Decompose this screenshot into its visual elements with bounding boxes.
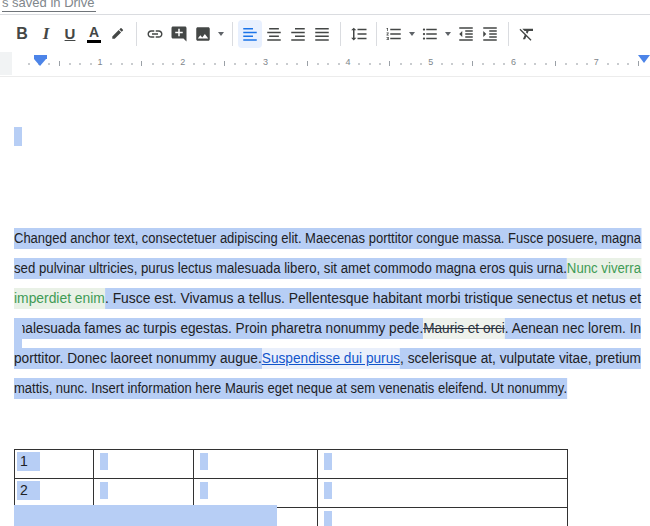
toolbar-separator <box>340 22 341 46</box>
bulleted-list-button[interactable] <box>418 20 442 48</box>
bulleted-list-dropdown[interactable] <box>442 20 454 48</box>
align-left-icon <box>241 25 259 43</box>
ruler-tick-dot <box>503 63 505 65</box>
selected-empty-line <box>14 127 22 146</box>
align-center-button[interactable] <box>262 20 286 48</box>
selected-empty-cell-mark <box>324 453 332 470</box>
align-left-button[interactable] <box>238 20 262 48</box>
table-cell-r1c3[interactable] <box>194 450 318 479</box>
chevron-down-icon <box>409 32 415 36</box>
suggested-deletion-text: Mauris et orci <box>423 318 505 339</box>
link-icon <box>146 25 164 43</box>
ruler-tick-dot <box>172 63 174 65</box>
ruler-tick-dot <box>524 63 526 65</box>
paragraph-line-4[interactable]: malesuada fames ac turpis egestas. Proin… <box>14 313 646 343</box>
decrease-indent-button[interactable] <box>454 20 478 48</box>
left-indent-marker[interactable] <box>34 55 47 66</box>
ruler-tick-dot <box>203 63 205 65</box>
selected-cell-text: 1 <box>17 452 40 471</box>
selected-empty-lines <box>14 318 22 352</box>
align-center-icon <box>265 25 283 43</box>
table-cell-r2c1[interactable]: 2 <box>15 479 94 508</box>
ruler-tick-dot <box>462 63 464 65</box>
insert-image-dropdown[interactable] <box>215 20 227 48</box>
table-cell-r2c4[interactable] <box>318 479 568 508</box>
table-cell-r1c1[interactable]: 1 <box>15 450 94 479</box>
chevron-down-icon <box>445 32 451 36</box>
table-cell-r2c2[interactable] <box>94 479 194 508</box>
text-color-button[interactable]: A <box>82 20 106 48</box>
bulleted-list-icon <box>421 25 439 43</box>
ruler-tick-dot <box>317 63 319 65</box>
justify-button[interactable] <box>310 20 334 48</box>
ruler-half-tick <box>472 61 473 66</box>
hyperlink-text[interactable]: Suspendisse dui purus <box>262 348 400 369</box>
table-row: 2 <box>15 479 568 508</box>
ruler-tick-dot <box>28 63 30 65</box>
ruler-tick-dot <box>214 63 216 65</box>
selected-cell-text: 2 <box>17 481 40 500</box>
ruler-tick-dot <box>565 63 567 65</box>
line-spacing-icon <box>350 25 368 43</box>
paragraph-line-1[interactable]: Changed anchor text, consectetuer adipis… <box>14 223 646 253</box>
ruler-tick-dot <box>69 63 71 65</box>
ruler-inch-label: 1 <box>97 57 102 67</box>
toolbar-separator <box>376 22 377 46</box>
increase-indent-button[interactable] <box>478 20 502 48</box>
ruler-tick-dot <box>586 63 588 65</box>
ruler-tick-dot <box>286 63 288 65</box>
ruler-half-tick <box>224 61 225 66</box>
horizontal-ruler[interactable]: 1234567 <box>0 52 650 77</box>
ruler-half-tick <box>307 61 308 66</box>
text-color-icon: A <box>87 25 101 43</box>
align-right-button[interactable] <box>286 20 310 48</box>
ruler-tick-dot <box>234 63 236 65</box>
numbered-list-dropdown[interactable] <box>406 20 418 48</box>
ruler-inch-label: 7 <box>594 57 599 67</box>
paragraph-line-5[interactable]: porttitor. Donec laoreet nonummy augue. … <box>14 343 646 373</box>
ruler-tick-dot <box>162 63 164 65</box>
ruler-tick-dot <box>534 63 536 65</box>
ruler-tick-dot <box>276 63 278 65</box>
table-cell-r1c4[interactable] <box>318 450 568 479</box>
ruler-inch-label: 4 <box>346 57 351 67</box>
ruler-inch-label: 5 <box>428 57 433 67</box>
insert-link-button[interactable] <box>143 20 167 48</box>
document-page[interactable]: Changed anchor text, consectetuer adipis… <box>0 77 650 526</box>
insert-image-button[interactable] <box>191 20 215 48</box>
paragraph-line-3[interactable]: imperdiet enim. Fusce est. Vivamus a tel… <box>14 283 646 313</box>
table-cell-r2c3[interactable] <box>194 479 318 508</box>
underline-button[interactable]: U <box>58 20 82 48</box>
ruler-tick-dot <box>358 63 360 65</box>
ruler-tick-dot <box>296 63 298 65</box>
paragraph-text[interactable]: Changed anchor text, consectetuer adipis… <box>14 223 646 403</box>
underline-icon: U <box>65 26 76 41</box>
selected-body-text: mattis, nunc. Insert information here Ma… <box>14 378 567 399</box>
suggested-insertion-text: imperdiet enim <box>14 288 105 309</box>
ruler-tick-dot <box>379 63 381 65</box>
ruler-tick-dot <box>255 63 257 65</box>
table-cell-r1c2[interactable] <box>94 450 194 479</box>
selected-empty-cell-mark <box>200 482 208 499</box>
italic-button[interactable]: I <box>34 20 58 48</box>
right-indent-marker[interactable] <box>638 55 650 63</box>
ruler-tick-dot <box>482 63 484 65</box>
highlight-color-button[interactable] <box>106 20 130 48</box>
ruler-inch-label: 6 <box>511 57 516 67</box>
selected-body-text: . Fusce est. Vivamus a tellus. Pellentes… <box>105 288 641 309</box>
comment-plus-icon <box>170 25 188 43</box>
increase-indent-icon <box>481 25 499 43</box>
bold-button[interactable]: B <box>10 20 34 48</box>
save-status-text[interactable]: s saved in Drive <box>2 0 96 12</box>
numbered-list-button[interactable] <box>382 20 406 48</box>
ruler-inch-label: 2 <box>180 57 185 67</box>
add-comment-button[interactable] <box>167 20 191 48</box>
line-spacing-button[interactable] <box>347 20 371 48</box>
table-cell-r3c4[interactable] <box>318 508 568 526</box>
paragraph-line-6[interactable]: mattis, nunc. Insert information here Ma… <box>14 373 646 403</box>
selected-body-text: porttitor. Donec laoreet nonummy augue. <box>14 348 262 369</box>
paragraph-line-2[interactable]: sed pulvinar ultricies, purus lectus mal… <box>14 253 646 283</box>
clear-formatting-icon <box>518 25 536 43</box>
clear-formatting-button[interactable] <box>515 20 539 48</box>
ruler-tick-dot <box>627 63 629 65</box>
